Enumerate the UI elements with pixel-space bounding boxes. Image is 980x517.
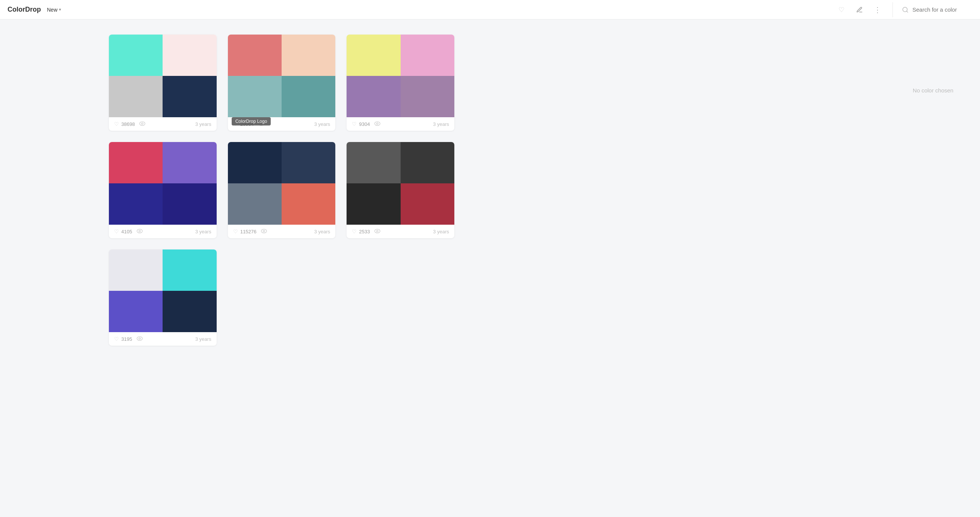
card-footer: ♡ 115276 3 years xyxy=(228,225,336,238)
color-swatch xyxy=(109,249,162,291)
no-color-label: No color chosen xyxy=(913,87,953,94)
color-swatch xyxy=(282,35,335,76)
chevron-down-icon: ▾ xyxy=(59,7,61,12)
svg-point-15 xyxy=(139,337,140,339)
view-icon[interactable] xyxy=(258,121,264,127)
svg-point-3 xyxy=(142,123,143,124)
svg-point-14 xyxy=(137,336,143,340)
svg-point-11 xyxy=(263,230,265,231)
color-swatch xyxy=(109,35,162,76)
palette-card[interactable]: ♡ 115276 3 years xyxy=(228,142,336,238)
card-footer: ♡ 9304 3 years xyxy=(347,117,454,131)
more-icon: ⋮ xyxy=(874,5,881,14)
pencil-icon xyxy=(856,6,863,13)
header-divider xyxy=(892,2,893,17)
view-icon[interactable] xyxy=(137,229,143,235)
nav-new[interactable]: New ▾ xyxy=(47,7,61,13)
like-icon: ♡ xyxy=(352,228,357,235)
color-swatch xyxy=(109,184,162,225)
page-layout: ♡ 38698 3 years ♡ 29964 3 years ColorDro… xyxy=(0,19,980,517)
svg-point-9 xyxy=(139,230,140,231)
like-icon: ♡ xyxy=(233,121,238,127)
color-swatch xyxy=(162,35,216,76)
right-panel: No color chosen xyxy=(886,19,980,517)
color-swatch xyxy=(282,142,335,184)
more-button[interactable]: ⋮ xyxy=(872,4,883,16)
color-swatch xyxy=(162,142,216,184)
card-footer: ♡ 4105 3 years xyxy=(109,225,216,238)
svg-point-10 xyxy=(261,229,267,233)
palette-swatches xyxy=(347,35,454,117)
heart-icon: ♡ xyxy=(838,6,845,14)
color-swatch xyxy=(401,142,454,184)
view-icon[interactable] xyxy=(374,229,380,235)
palette-card[interactable]: ♡ 29964 3 years xyxy=(228,35,336,131)
heart-button[interactable]: ♡ xyxy=(835,4,848,16)
color-swatch xyxy=(228,35,282,76)
like-icon: ♡ xyxy=(114,121,119,127)
palette-card-wrap: ♡ 29964 3 years ColorDrop Logo xyxy=(228,35,336,131)
palette-grid: ♡ 38698 3 years ♡ 29964 3 years ColorDro… xyxy=(109,35,454,346)
color-swatch xyxy=(109,142,162,184)
like-count: 3195 xyxy=(121,336,132,342)
svg-point-2 xyxy=(140,121,145,125)
search-icon xyxy=(902,6,908,13)
color-swatch xyxy=(162,76,216,117)
palette-card-wrap: ♡ 9304 3 years xyxy=(347,35,454,131)
svg-point-7 xyxy=(377,123,378,124)
time-ago: 3 years xyxy=(195,229,212,235)
palette-swatches xyxy=(109,35,216,117)
color-swatch xyxy=(347,142,400,184)
view-icon[interactable] xyxy=(261,229,267,235)
like-count: 29964 xyxy=(240,121,254,127)
like-icon: ♡ xyxy=(233,228,238,235)
palette-card-wrap: ♡ 2533 3 years xyxy=(347,142,454,238)
palette-swatches xyxy=(228,35,336,117)
like-count: 2533 xyxy=(359,229,370,235)
color-swatch xyxy=(228,142,282,184)
palette-swatches xyxy=(109,249,216,332)
color-swatch xyxy=(162,249,216,291)
time-ago: 3 years xyxy=(195,121,212,127)
like-icon: ♡ xyxy=(114,228,119,235)
time-ago: 3 years xyxy=(195,336,212,342)
nav-new-label: New xyxy=(47,7,57,13)
logo: ColorDrop xyxy=(8,6,41,14)
svg-point-13 xyxy=(377,230,378,231)
palette-card[interactable]: ♡ 2533 3 years xyxy=(347,142,454,238)
color-swatch xyxy=(401,76,454,117)
search-input[interactable] xyxy=(912,6,972,13)
view-icon[interactable] xyxy=(137,336,143,342)
view-icon[interactable] xyxy=(374,121,380,127)
search-area[interactable] xyxy=(902,6,972,13)
svg-point-5 xyxy=(261,123,262,124)
svg-line-1 xyxy=(907,11,908,12)
like-count: 38698 xyxy=(121,121,135,127)
like-icon: ♡ xyxy=(352,121,357,127)
color-swatch xyxy=(228,76,282,117)
time-ago: 3 years xyxy=(433,229,449,235)
color-swatch xyxy=(347,76,400,117)
color-swatch xyxy=(228,184,282,225)
main-content: ♡ 38698 3 years ♡ 29964 3 years ColorDro… xyxy=(105,19,886,517)
palette-card[interactable]: ♡ 38698 3 years xyxy=(109,35,216,131)
palette-card[interactable]: ♡ 3195 3 years xyxy=(109,249,216,346)
palette-card[interactable]: ♡ 9304 3 years xyxy=(347,35,454,131)
like-count: 4105 xyxy=(121,229,132,235)
color-swatch xyxy=(282,184,335,225)
time-ago: 3 years xyxy=(314,229,331,235)
palette-card-wrap: ♡ 38698 3 years xyxy=(109,35,216,131)
like-count: 115276 xyxy=(240,229,256,235)
view-icon[interactable] xyxy=(139,121,145,127)
header-actions: ♡ ⋮ xyxy=(835,2,972,17)
color-swatch xyxy=(347,35,400,76)
pencil-button[interactable] xyxy=(853,4,865,16)
sidebar-left xyxy=(0,19,105,517)
color-swatch xyxy=(109,291,162,332)
card-footer: ♡ 2533 3 years xyxy=(347,225,454,238)
svg-point-4 xyxy=(259,121,264,125)
color-swatch xyxy=(401,184,454,225)
palette-card[interactable]: ♡ 4105 3 years xyxy=(109,142,216,238)
time-ago: 3 years xyxy=(433,121,449,127)
color-swatch xyxy=(347,184,400,225)
